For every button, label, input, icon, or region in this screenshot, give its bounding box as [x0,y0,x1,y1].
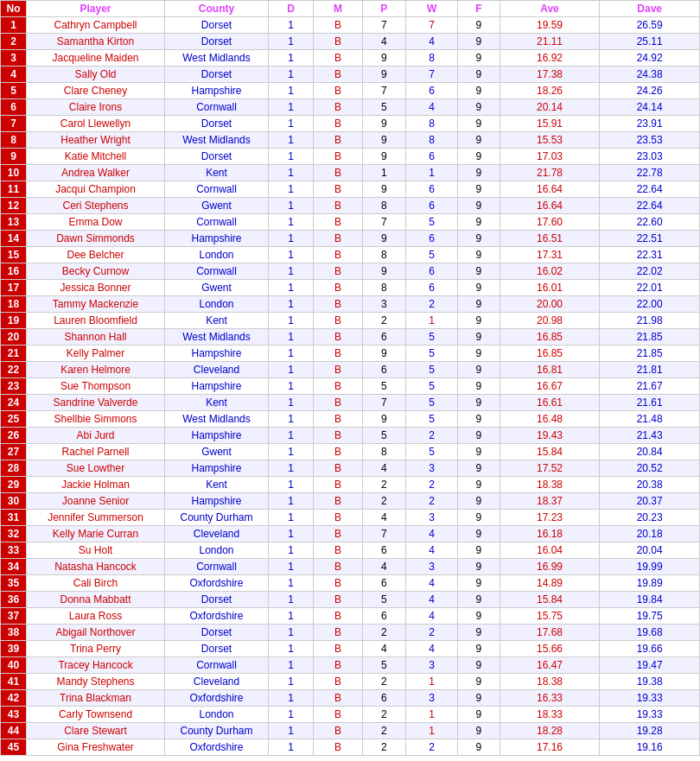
cell-dave: 25.11 [600,34,700,50]
cell-w: 2 [406,493,458,510]
cell-player: Ceri Stephens [27,198,165,214]
cell-player: Gina Freshwater [27,739,165,756]
cell-dave: 19.28 [600,723,700,739]
cell-dave: 19.68 [600,625,700,641]
cell-p: 9 [362,411,405,428]
cell-ave: 16.48 [500,411,600,428]
cell-county: Hampshire [165,83,269,99]
cell-p: 5 [362,592,405,608]
table-row: 8 Heather Wright West Midlands 1 B 9 8 9… [1,132,700,149]
cell-d: 1 [269,116,314,132]
cell-dave: 23.91 [600,116,700,132]
cell-d: 1 [269,346,314,362]
cell-d: 1 [269,428,314,444]
cell-f: 9 [458,411,500,428]
cell-m: B [314,739,362,756]
cell-p: 4 [362,510,405,526]
cell-dave: 19.66 [600,641,700,657]
cell-m: B [314,428,362,444]
cell-county: London [165,247,269,263]
cell-dave: 24.92 [600,50,700,67]
cell-m: B [314,657,362,674]
cell-p: 6 [362,542,405,559]
cell-w: 5 [406,346,458,362]
cell-w: 5 [406,247,458,263]
cell-player: Tammy Mackenzie [27,296,165,313]
cell-d: 1 [269,313,314,329]
table-row: 40 Tracey Hancock Cornwall 1 B 5 3 9 16.… [1,657,700,674]
cell-ave: 17.68 [500,625,600,641]
table-row: 3 Jacqueline Maiden West Midlands 1 B 9 … [1,50,700,67]
cell-f: 9 [458,559,500,575]
cell-ave: 16.99 [500,559,600,575]
cell-no: 3 [1,50,27,67]
cell-f: 9 [458,608,500,625]
cell-no: 20 [1,329,27,346]
cell-m: B [314,83,362,99]
cell-d: 1 [269,198,314,214]
cell-d: 1 [269,657,314,674]
cell-player: Carly Townsend [27,707,165,723]
cell-dave: 20.38 [600,477,700,493]
cell-county: Oxfordshire [165,608,269,625]
table-row: 34 Natasha Hancock Cornwall 1 B 4 3 9 16… [1,559,700,575]
cell-dave: 22.02 [600,263,700,280]
table-row: 42 Trina Blackman Oxfordshire 1 B 6 3 9 … [1,690,700,707]
cell-m: B [314,362,362,378]
cell-ave: 20.98 [500,313,600,329]
cell-no: 22 [1,362,27,378]
cell-d: 1 [269,575,314,592]
cell-player: Abigail Northover [27,625,165,641]
table-row: 18 Tammy Mackenzie London 1 B 3 2 9 20.0… [1,296,700,313]
cell-w: 5 [406,395,458,411]
cell-m: B [314,181,362,198]
cell-county: County Durham [165,723,269,739]
cell-m: B [314,477,362,493]
header-w: W [406,1,458,17]
header-m: M [314,1,362,17]
cell-player: Clare Stewart [27,723,165,739]
table-row: 38 Abigail Northover Dorset 1 B 2 2 9 17… [1,625,700,641]
cell-no: 42 [1,690,27,707]
table-row: 25 Shellbie Simmons West Midlands 1 B 9 … [1,411,700,428]
cell-no: 10 [1,165,27,181]
cell-w: 6 [406,83,458,99]
cell-ave: 18.33 [500,707,600,723]
cell-w: 3 [406,559,458,575]
cell-dave: 21.67 [600,378,700,395]
cell-county: Hampshire [165,428,269,444]
cell-ave: 21.78 [500,165,600,181]
cell-f: 9 [458,657,500,674]
cell-dave: 22.60 [600,214,700,231]
cell-d: 1 [269,378,314,395]
cell-m: B [314,116,362,132]
cell-player: Shellbie Simmons [27,411,165,428]
cell-d: 1 [269,231,314,247]
cell-f: 9 [458,231,500,247]
cell-dave: 22.64 [600,181,700,198]
table-row: 23 Sue Thompson Hampshire 1 B 5 5 9 16.6… [1,378,700,395]
cell-m: B [314,444,362,460]
cell-player: Mandy Stephens [27,674,165,690]
cell-county: Dorset [165,116,269,132]
cell-no: 9 [1,149,27,165]
cell-county: Kent [165,477,269,493]
cell-m: B [314,674,362,690]
table-row: 14 Dawn Simmonds Hampshire 1 B 9 6 9 16.… [1,231,700,247]
cell-d: 1 [269,329,314,346]
cell-m: B [314,378,362,395]
table-row: 1 Cathryn Campbell Dorset 1 B 7 7 9 19.5… [1,17,700,34]
cell-no: 13 [1,214,27,231]
table-row: 19 Lauren Bloomfield Kent 1 B 2 1 9 20.9… [1,313,700,329]
table-row: 9 Katie Mitchell Dorset 1 B 9 6 9 17.03 … [1,149,700,165]
cell-no: 5 [1,83,27,99]
cell-ave: 16.47 [500,657,600,674]
cell-d: 1 [269,17,314,34]
cell-p: 2 [362,625,405,641]
table-row: 32 Kelly Marie Curran Cleveland 1 B 7 4 … [1,526,700,542]
cell-p: 8 [362,280,405,296]
cell-county: Dorset [165,625,269,641]
cell-no: 38 [1,625,27,641]
cell-ave: 16.64 [500,181,600,198]
cell-p: 4 [362,559,405,575]
